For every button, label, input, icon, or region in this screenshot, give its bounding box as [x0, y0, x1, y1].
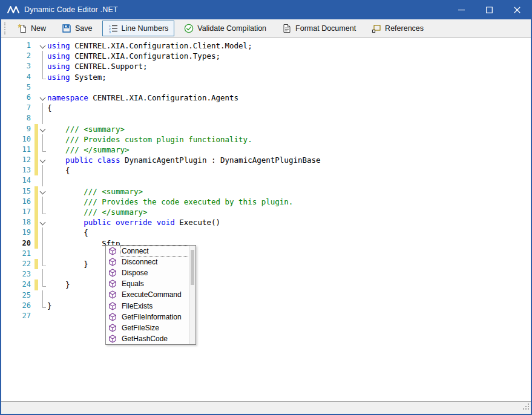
- title-bar: Dynamic Code Editor .NET: [1, 0, 531, 19]
- resize-grip-icon[interactable]: [522, 402, 530, 413]
- code-line[interactable]: 3using CENTREL.Support;: [1, 61, 531, 71]
- code-line[interactable]: 20 Sftp.: [1, 238, 531, 249]
- fold-guide: [38, 259, 47, 269]
- code-line[interactable]: 19 {: [1, 227, 531, 238]
- autocomplete-item-label: Dispose: [120, 268, 189, 278]
- toolbar: New Save 1 2 3: [1, 19, 531, 38]
- line-numbers-toggle[interactable]: 1 2 3 Line Numbers: [102, 21, 175, 36]
- code-text: using CENTREL.Support;: [47, 61, 148, 71]
- line-number: 17: [1, 207, 33, 217]
- fold-guide: [38, 175, 47, 186]
- code-line[interactable]: 4using System;: [1, 72, 531, 82]
- code-text: /// <summary>: [47, 124, 125, 134]
- code-line[interactable]: 9 /// <summary>: [1, 124, 531, 134]
- fold-collapse-icon[interactable]: [38, 124, 47, 134]
- fold-collapse-icon[interactable]: [38, 41, 47, 51]
- code-editor[interactable]: 1using CENTREL.XIA.Configuration.Client.…: [1, 38, 531, 401]
- autocomplete-item[interactable]: GetHashCode: [106, 333, 189, 344]
- fold-guide: [38, 113, 47, 123]
- line-number: 8: [1, 113, 33, 123]
- code-line[interactable]: 14: [1, 175, 531, 186]
- references-button[interactable]: References: [366, 21, 430, 36]
- code-line[interactable]: 23: [1, 269, 531, 279]
- autocomplete-item[interactable]: FileExists: [106, 300, 189, 311]
- minimize-button[interactable]: [447, 0, 475, 19]
- code-text: /// Provides custom plugin functionality…: [47, 134, 252, 145]
- fold-guide: [38, 72, 47, 82]
- code-line[interactable]: 18 public override void Execute(): [1, 217, 531, 227]
- code-line[interactable]: 22 }: [1, 259, 531, 269]
- fold-guide: [38, 301, 47, 311]
- autocomplete-item[interactable]: GetFileSize: [106, 322, 189, 333]
- line-number: 25: [1, 290, 33, 301]
- new-button[interactable]: New: [11, 21, 52, 36]
- autocomplete-item[interactable]: Dispose: [106, 267, 189, 278]
- autocomplete-item[interactable]: Disconnect: [106, 257, 189, 267]
- code-line[interactable]: 1using CENTREL.XIA.Configuration.Client.…: [1, 41, 531, 51]
- method-icon: [108, 269, 117, 277]
- fold-guide: [38, 134, 47, 145]
- new-document-icon: [18, 24, 27, 33]
- line-number: 1: [1, 41, 33, 51]
- fold-collapse-icon[interactable]: [38, 93, 47, 103]
- line-number: 2: [1, 51, 33, 61]
- autocomplete-item-label: Disconnect: [120, 257, 189, 267]
- autocomplete-list: Connect Disconnect Dispose Equals Execut…: [106, 246, 189, 344]
- code-line[interactable]: 16 /// Provides the code executed by thi…: [1, 197, 531, 207]
- fold-guide: [38, 103, 47, 113]
- line-number: 5: [1, 82, 33, 93]
- code-line[interactable]: 7{: [1, 103, 531, 113]
- save-button[interactable]: Save: [56, 21, 99, 36]
- code-text: /// </summary>: [47, 145, 129, 155]
- fold-collapse-icon[interactable]: [38, 155, 47, 165]
- autocomplete-item[interactable]: Connect: [106, 246, 189, 257]
- code-text: {: [47, 103, 52, 113]
- code-line[interactable]: 21: [1, 249, 531, 259]
- code-text: /// </summary>: [47, 207, 148, 217]
- code-line[interactable]: 24 }: [1, 279, 531, 290]
- code-lines: 1using CENTREL.XIA.Configuration.Client.…: [1, 41, 531, 321]
- code-line[interactable]: 13 {: [1, 165, 531, 175]
- code-text: using System;: [47, 72, 107, 82]
- autocomplete-item[interactable]: ExecuteCommand: [106, 289, 189, 300]
- code-line[interactable]: 17 /// </summary>: [1, 207, 531, 217]
- code-line[interactable]: 5: [1, 82, 531, 93]
- fold-collapse-icon[interactable]: [38, 217, 47, 227]
- autocomplete-item-label: GetFileInformation: [120, 312, 189, 322]
- format-document-button[interactable]: Format Document: [276, 21, 362, 36]
- code-line[interactable]: 6namespace CENTREL.XIA.Configuration.Age…: [1, 93, 531, 103]
- code-line[interactable]: 12 public class DynamicAgentPlugin : Dyn…: [1, 155, 531, 165]
- line-number: 27: [1, 311, 33, 321]
- fold-guide: [38, 249, 47, 259]
- code-line[interactable]: 15 /// <summary>: [1, 186, 531, 197]
- maximize-button[interactable]: [475, 0, 503, 19]
- method-icon: [108, 258, 117, 266]
- code-line[interactable]: 25: [1, 290, 531, 301]
- code-line[interactable]: 11 /// </summary>: [1, 145, 531, 155]
- code-text: }: [47, 279, 70, 290]
- fold-guide: [38, 290, 47, 301]
- line-number: 9: [1, 124, 33, 134]
- code-line[interactable]: 10 /// Provides custom plugin functional…: [1, 134, 531, 145]
- line-number: 20: [1, 238, 33, 249]
- toolbar-grip[interactable]: [4, 22, 7, 34]
- scrollbar-thumb[interactable]: [191, 250, 194, 285]
- line-number: 3: [1, 61, 33, 71]
- autocomplete-item[interactable]: Equals: [106, 278, 189, 289]
- code-line[interactable]: 2using CENTREL.XIA.Configuration.Types;: [1, 51, 531, 61]
- fold-guide: [38, 227, 47, 238]
- close-button[interactable]: [503, 0, 531, 19]
- code-text: /// Provides the code executed by this p…: [47, 197, 293, 207]
- code-text: using CENTREL.XIA.Configuration.Client.M…: [47, 41, 252, 51]
- autocomplete-item[interactable]: GetFileInformation: [106, 312, 189, 322]
- code-line[interactable]: 8: [1, 113, 531, 123]
- code-line[interactable]: 26}: [1, 301, 531, 311]
- code-text: using CENTREL.XIA.Configuration.Types;: [47, 51, 220, 61]
- code-line[interactable]: 27: [1, 311, 531, 321]
- fold-collapse-icon[interactable]: [38, 186, 47, 197]
- autocomplete-item-label: Connect: [120, 246, 189, 256]
- autocomplete-scrollbar[interactable]: [189, 246, 195, 344]
- line-number: 23: [1, 269, 33, 279]
- autocomplete-popup: Connect Disconnect Dispose Equals Execut…: [105, 245, 196, 345]
- validate-compilation-button[interactable]: Validate Compilation: [178, 21, 272, 36]
